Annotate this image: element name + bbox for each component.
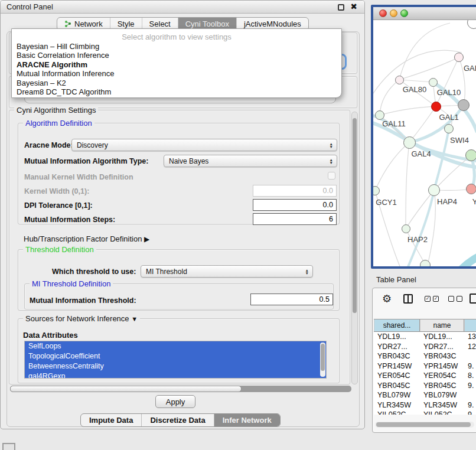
attribute-item[interactable]: gal4RGexp: [25, 371, 326, 379]
sources-group: Sources for Network Inference ▼ Data Att…: [18, 318, 340, 383]
node-label: GAL80: [403, 85, 426, 94]
mi-type-label: Mutual Information Algorithm Type:: [24, 157, 148, 165]
mi-type-select[interactable]: Naive Bayes ▲▼: [164, 155, 337, 167]
document-icon[interactable]: [470, 294, 476, 304]
network-node[interactable]: [458, 99, 470, 111]
data-attributes-label: Data Attributes: [23, 331, 78, 340]
manual-kernel-checkbox[interactable]: [328, 172, 335, 180]
algorithm-option-selected[interactable]: ARACNE Algorithm: [12, 60, 341, 69]
dpi-tolerance-label: DPI Tolerance [0,1]:: [24, 201, 93, 210]
hub-definition-expander[interactable]: Hub/Transcription Factor Definition ▶: [24, 234, 149, 243]
chevron-right-icon: ▶: [144, 235, 149, 243]
dpi-tolerance-field[interactable]: 0.0: [253, 199, 337, 211]
aracne-mode-label: Aracne Mode:: [24, 141, 73, 149]
stepper-arrows-icon: ▲▼: [305, 269, 309, 275]
network-canvas[interactable]: GAL80 GAL10 GAL GAL1 GAL11 SWI4 GAL4 GCY…: [373, 20, 476, 266]
table-row[interactable]: YLR345W YLR345W 9.: [374, 400, 476, 410]
mi-threshold-field[interactable]: 0.5: [250, 294, 333, 305]
algorithm-definition-group: Algorithm Definition Aracne Mode: Discov…: [18, 123, 340, 224]
column-header-shared-name[interactable]: shared...: [374, 319, 420, 331]
network-node[interactable]: [465, 149, 476, 161]
unchecked-pair-icon[interactable]: [448, 296, 462, 302]
network-node-gal[interactable]: [454, 53, 464, 62]
table-row[interactable]: YPR145W YPR145W 9.: [374, 361, 476, 371]
tab-discretize-data[interactable]: Discretize Data: [141, 414, 213, 426]
network-icon: [64, 20, 72, 28]
table-row[interactable]: YER054C YER054C 8.: [374, 371, 476, 381]
control-panel-titlebar[interactable]: Control Panel ✖: [1, 1, 364, 14]
zoom-traffic-light-icon[interactable]: [400, 9, 408, 17]
network-node-gal80[interactable]: [395, 76, 404, 84]
network-node-gal4[interactable]: [403, 136, 416, 149]
tab-impute-data[interactable]: Impute Data: [81, 414, 141, 426]
table-body: YDL19... YDL19... 13 YDR27... YDR27... 1…: [374, 332, 476, 415]
threshold-definition-title: Threshold Definition: [23, 245, 96, 254]
mi-steps-label: Mutual Information Steps:: [24, 216, 115, 224]
network-node-gal11[interactable]: [375, 110, 384, 120]
minimized-window-icon[interactable]: [2, 443, 15, 450]
algorithm-option[interactable]: Dream8 DC_TDC Algorithm: [12, 87, 341, 96]
node-label: GCY1: [376, 198, 396, 207]
algorithm-option[interactable]: Basic Correlation Inference: [12, 51, 341, 60]
table-row[interactable]: YBL079W YBL079W: [374, 390, 476, 400]
settings-horizontal-scrollbar[interactable]: [10, 386, 351, 392]
network-node-y[interactable]: [466, 184, 476, 194]
mi-threshold-label: Mutual Information Threshold:: [30, 296, 136, 305]
algorithm-dropdown-placeholder: Select algorithm to view settings: [12, 29, 341, 42]
tab-infer-network[interactable]: Infer Network: [214, 414, 280, 426]
control-panel-window: Control Panel ✖ Network Style Select Cyn…: [0, 0, 365, 429]
algorithm-option[interactable]: Bayesian – K2: [12, 79, 341, 87]
network-node-swi4[interactable]: [444, 124, 454, 133]
tab-label: Network: [74, 19, 103, 28]
checked-pair-icon[interactable]: ✓✓: [425, 296, 439, 302]
network-node-gal10[interactable]: [429, 78, 438, 87]
apply-button[interactable]: Apply: [155, 395, 195, 408]
attribute-list-scrollbar[interactable]: [320, 343, 325, 377]
table-row[interactable]: YIL052C YIL052C 9: [374, 410, 476, 415]
node-label: GAL1: [439, 113, 458, 122]
table-horizontal-scrollbar[interactable]: [375, 422, 474, 428]
network-node-gal1-selected[interactable]: [431, 102, 441, 112]
node-label: GAL11: [382, 119, 406, 128]
table-panel-title: Table Panel: [376, 275, 416, 284]
stepper-arrows-icon: ▲▼: [330, 158, 333, 164]
network-node[interactable]: [420, 260, 431, 266]
close-icon[interactable]: ✖: [350, 2, 357, 11]
network-node-hap2[interactable]: [402, 224, 410, 233]
which-threshold-label: Which threshold to use:: [52, 268, 136, 276]
algorithm-option[interactable]: Bayesian – Hill Climbing: [12, 42, 341, 51]
algorithm-option[interactable]: Mutual Information Inference: [12, 69, 341, 78]
node-label: Y: [472, 197, 476, 206]
aracne-mode-select[interactable]: Discovery ▲▼: [71, 139, 337, 151]
mi-steps-field[interactable]: 6: [253, 213, 337, 225]
table-row[interactable]: YBR045C YBR045C 9.: [374, 381, 476, 391]
network-view-window: GAL80 GAL10 GAL GAL1 GAL11 SWI4 GAL4 GCY…: [371, 5, 476, 269]
gear-icon[interactable]: ⚙: [382, 293, 392, 305]
table-row[interactable]: YBR043C YBR043C: [374, 351, 476, 361]
stepper-arrows-icon: ▲▼: [330, 142, 333, 148]
table-header-row: shared... name: [374, 319, 476, 332]
close-traffic-light-icon[interactable]: [379, 9, 387, 17]
settings-group-title: Cyni Algorithm Settings: [14, 106, 98, 115]
column-header-partial[interactable]: [464, 319, 476, 331]
table-row[interactable]: YDR27... YDR27... 12: [374, 342, 476, 352]
attribute-item[interactable]: SelfLoops: [25, 341, 326, 351]
table-panel-window: ⚙ ✓✓ shared... name YDL19... YDL19... 13: [372, 288, 476, 433]
attribute-item[interactable]: BetweennessCentrality: [25, 361, 326, 371]
threshold-definition-group: Threshold Definition Which threshold to …: [18, 249, 340, 311]
minimize-traffic-light-icon[interactable]: [390, 9, 397, 17]
column-view-icon[interactable]: [403, 294, 413, 304]
sources-title[interactable]: Sources for Network Inference ▼: [23, 314, 140, 323]
column-header-name[interactable]: name: [420, 319, 464, 331]
network-window-titlebar[interactable]: [373, 7, 476, 20]
network-node-hap4[interactable]: [428, 184, 440, 196]
kernel-width-field[interactable]: 0.0: [253, 185, 337, 197]
mi-threshold-title: MI Threshold Definition: [30, 279, 113, 288]
cyni-bottom-tabbar: Impute Data Discretize Data Infer Networ…: [80, 413, 281, 427]
which-threshold-select[interactable]: MI Threshold ▲▼: [141, 265, 313, 278]
float-window-icon[interactable]: [338, 4, 344, 11]
table-row[interactable]: YDL19... YDL19... 13: [374, 332, 476, 342]
kernel-width-label: Kernel Width (0,1):: [24, 187, 89, 195]
settings-vertical-scrollbar[interactable]: [351, 112, 358, 384]
attribute-item[interactable]: TopologicalCoefficient: [25, 351, 326, 361]
